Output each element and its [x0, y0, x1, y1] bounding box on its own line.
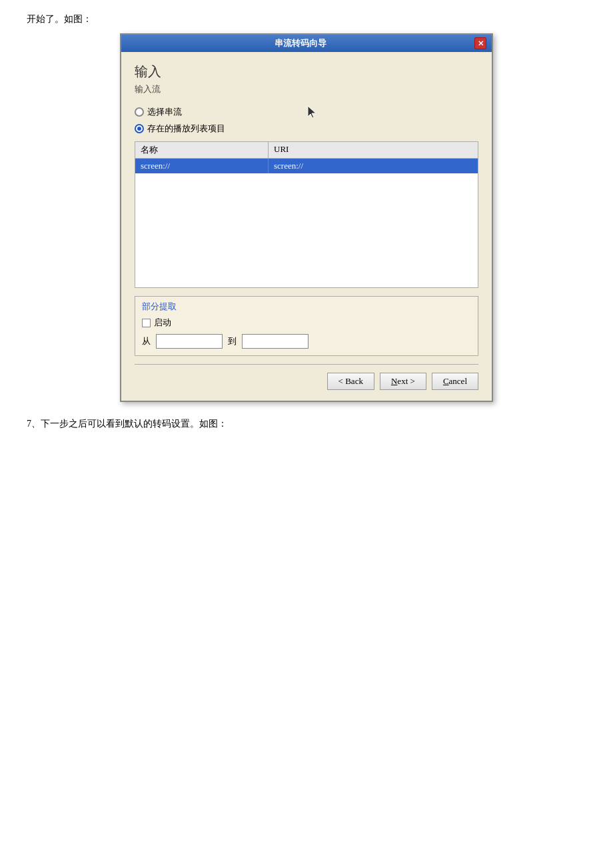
buttons-row: < Back Next > Cancel [135, 370, 478, 393]
dialog-body: 输入 输入流 选择串流 存在的播放列表项目 [121, 52, 492, 401]
radio-circle-playlist [135, 124, 144, 133]
bottom-text: 7、下一步之后可以看到默认的转码设置。如图： [27, 418, 586, 430]
svg-marker-0 [308, 106, 316, 118]
cancel-button-label: Cancel [443, 376, 467, 386]
from-to-row: 从 到 [142, 334, 471, 349]
back-button-label: < Back [338, 376, 363, 386]
from-input[interactable] [156, 334, 223, 349]
cancel-button[interactable]: Cancel [432, 373, 478, 390]
radio-item-playlist[interactable]: 存在的播放列表项目 [135, 123, 478, 135]
section-title: 输入 [135, 63, 478, 81]
back-button[interactable]: < Back [327, 373, 374, 390]
radio-item-stream[interactable]: 选择串流 [135, 105, 478, 119]
radio-group: 选择串流 存在的播放列表项目 [135, 105, 478, 135]
next-button-label: Next > [391, 376, 415, 386]
dialog-title: 串流转码向导 [127, 37, 474, 49]
partial-section-title: 部分提取 [142, 301, 471, 313]
cursor-icon [305, 105, 318, 119]
activate-checkbox[interactable] [142, 319, 151, 327]
col-header-uri: URI [269, 142, 478, 158]
table-cell-name: screen:// [135, 159, 269, 173]
table-header: 名称 URI [135, 142, 478, 159]
col-header-name: 名称 [135, 142, 269, 158]
radio-circle-stream [135, 107, 144, 117]
radio-label-stream: 选择串流 [147, 106, 182, 118]
radio-label-playlist: 存在的播放列表项目 [147, 123, 225, 135]
next-button[interactable]: Next > [380, 373, 426, 390]
checkbox-label: 启动 [154, 317, 171, 329]
intro-text: 开始了。如图： [27, 13, 586, 25]
section-subtitle: 输入流 [135, 83, 478, 95]
to-label: 到 [228, 335, 237, 347]
close-button[interactable]: ✕ [474, 37, 486, 49]
dialog-divider [135, 364, 478, 365]
checkbox-row[interactable]: 启动 [142, 317, 471, 329]
partial-section: 部分提取 启动 从 到 [135, 296, 478, 356]
from-label: 从 [142, 335, 151, 347]
dialog-wrapper: 串流转码向导 ✕ 输入 输入流 选择串流 存在的播放列表项目 [27, 33, 586, 402]
table-cell-uri: screen:// [269, 159, 478, 173]
dialog-titlebar: 串流转码向导 ✕ [121, 35, 492, 52]
to-input[interactable] [242, 334, 308, 349]
dialog: 串流转码向导 ✕ 输入 输入流 选择串流 存在的播放列表项目 [120, 33, 493, 402]
stream-table[interactable]: 名称 URI screen:// screen:// [135, 141, 478, 288]
table-row[interactable]: screen:// screen:// [135, 159, 478, 173]
